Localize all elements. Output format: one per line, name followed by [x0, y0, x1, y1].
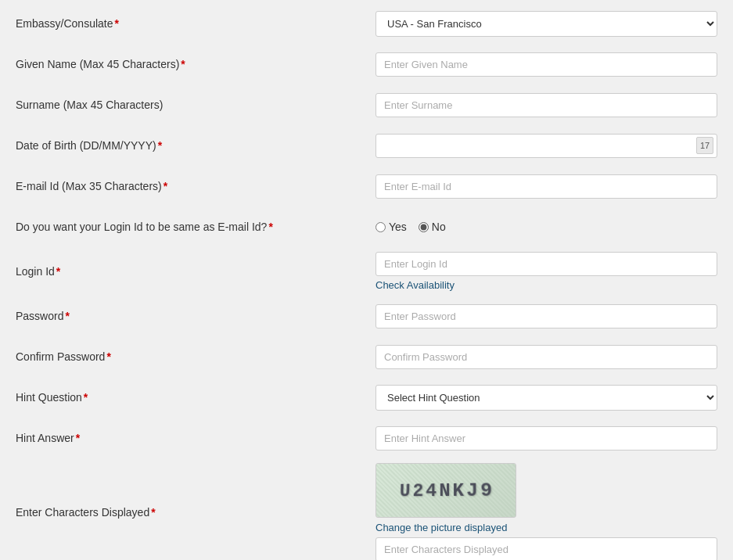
email-input-wrapper: [375, 174, 717, 199]
check-availability-link[interactable]: Check Availability: [375, 279, 717, 291]
given-name-label: Given Name (Max 45 Characters)*: [16, 58, 375, 70]
date-input-container: 17: [375, 134, 717, 158]
login-same-email-row: Do you want your Login Id to be same as …: [16, 211, 717, 242]
email-label: E-mail Id (Max 35 Characters)*: [16, 180, 375, 192]
hint-question-input-wrapper: Select Hint Question What is your mother…: [375, 385, 717, 411]
login-same-email-label: Do you want your Login Id to be same as …: [16, 221, 375, 233]
surname-label: Surname (Max 45 Characters): [16, 99, 375, 111]
login-id-label: Login Id*: [16, 265, 375, 278]
hint-question-row: Hint Question* Select Hint Question What…: [16, 382, 717, 413]
confirm-password-row: Confirm Password*: [16, 341, 717, 372]
given-name-row: Given Name (Max 45 Characters)*: [16, 48, 717, 80]
hint-answer-label: Hint Answer*: [16, 432, 375, 444]
hint-question-label: Hint Question*: [16, 391, 375, 404]
dob-input-wrapper: 17: [375, 134, 717, 158]
login-id-row: Login Id* Check Availability: [16, 252, 717, 291]
hint-question-select[interactable]: Select Hint Question What is your mother…: [375, 385, 717, 411]
captcha-row: Enter Characters Displayed* U24NKJ9 Chan…: [16, 463, 717, 560]
dob-label: Date of Birth (DD/MM/YYYY)*: [16, 139, 375, 152]
embassy-input-wrapper: USA - San Francisco USA - New York USA -…: [375, 11, 717, 37]
radio-group-login-email: Yes No: [375, 221, 717, 233]
captcha-text: U24NKJ9: [400, 479, 495, 501]
radio-no-label[interactable]: No: [419, 221, 446, 233]
hint-answer-input[interactable]: [375, 426, 717, 451]
login-id-input[interactable]: [375, 252, 717, 276]
surname-input[interactable]: [375, 93, 717, 117]
radio-no-input[interactable]: [419, 222, 429, 232]
email-input[interactable]: [375, 174, 717, 199]
embassy-label: Embassy/Consulate*: [16, 17, 375, 30]
captcha-input-wrapper: U24NKJ9 Change the picture displayed: [375, 463, 717, 560]
given-name-input-wrapper: [375, 52, 717, 77]
password-input-wrapper: [375, 304, 717, 328]
surname-input-wrapper: [375, 93, 717, 117]
login-same-email-options: Yes No: [375, 221, 717, 233]
login-id-input-wrapper: Check Availability: [375, 252, 717, 291]
hint-answer-input-wrapper: [375, 426, 717, 451]
password-input[interactable]: [375, 304, 717, 328]
change-picture-link[interactable]: Change the picture displayed: [375, 522, 717, 533]
confirm-password-input-wrapper: [375, 345, 717, 369]
password-label: Password*: [16, 310, 375, 322]
radio-no-text: No: [432, 221, 446, 233]
captcha-input[interactable]: [375, 537, 717, 560]
confirm-password-label: Confirm Password*: [16, 350, 375, 363]
embassy-select[interactable]: USA - San Francisco USA - New York USA -…: [375, 11, 717, 37]
radio-yes-text: Yes: [389, 221, 407, 233]
calendar-icon[interactable]: 17: [696, 137, 713, 154]
dob-row: Date of Birth (DD/MM/YYYY)* 17: [16, 130, 717, 161]
surname-row: Surname (Max 45 Characters): [16, 89, 717, 120]
radio-yes-label[interactable]: Yes: [375, 221, 407, 233]
given-name-input[interactable]: [375, 52, 717, 77]
dob-input[interactable]: [375, 134, 717, 158]
hint-answer-row: Hint Answer*: [16, 422, 717, 454]
embassy-row: Embassy/Consulate* USA - San Francisco U…: [16, 8, 717, 39]
registration-form: Embassy/Consulate* USA - San Francisco U…: [0, 0, 733, 560]
captcha-label: Enter Characters Displayed*: [16, 506, 375, 519]
email-row: E-mail Id (Max 35 Characters)*: [16, 171, 717, 202]
radio-yes-input[interactable]: [375, 222, 386, 232]
confirm-password-input[interactable]: [375, 345, 717, 369]
password-row: Password*: [16, 300, 717, 332]
captcha-image: U24NKJ9: [375, 463, 516, 518]
